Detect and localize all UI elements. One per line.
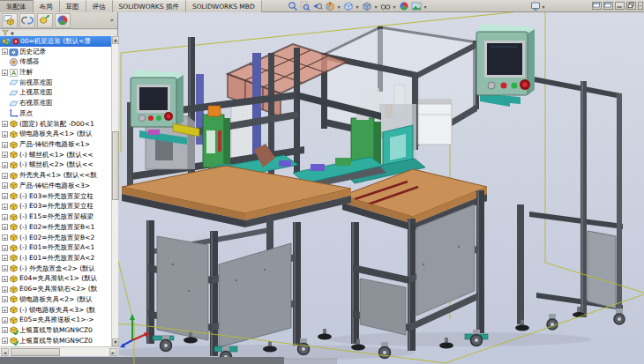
expand-plus-icon[interactable]: + bbox=[2, 317, 8, 323]
tree-item[interactable]: +外壳夹具<1> (默认<<默 bbox=[0, 170, 111, 181]
tab-evaluate[interactable]: 评估 bbox=[86, 0, 113, 12]
expand-plus-icon[interactable]: + bbox=[2, 265, 8, 271]
doc-window-1-button[interactable] bbox=[592, 2, 602, 10]
dropdown-caret-icon[interactable]: ▾ bbox=[541, 4, 546, 10]
tree-item[interactable]: +上银直线导轨MGN9CZ0 bbox=[0, 325, 111, 336]
tab-solidworks-mbd[interactable]: SOLIDWORKS MBD bbox=[186, 0, 262, 12]
green-button-left bbox=[156, 115, 161, 121]
move-component-icon[interactable] bbox=[37, 13, 53, 28]
tab-sketch[interactable]: 草图 bbox=[60, 0, 86, 12]
tree-horizontal-scrollbar[interactable]: ◄ ► bbox=[0, 346, 118, 356]
dropdown-caret-icon[interactable]: ▾ bbox=[423, 4, 428, 10]
previous-view-icon[interactable] bbox=[311, 1, 323, 11]
tree-item[interactable]: 00=机架总装 (默认<显 bbox=[0, 36, 111, 47]
toolbar-overflow-chevron[interactable]: » bbox=[110, 17, 114, 24]
expand-plus-icon[interactable]: + bbox=[2, 131, 8, 137]
expand-plus-icon[interactable]: + bbox=[2, 327, 8, 333]
section-view-icon[interactable] bbox=[324, 1, 335, 11]
expand-plus-icon[interactable]: + bbox=[2, 173, 8, 179]
expand-plus-icon[interactable]: + bbox=[2, 204, 8, 210]
window-controls bbox=[592, 2, 643, 10]
tree-item[interactable]: +产品-铸铝件电路板<3> bbox=[0, 181, 111, 191]
dropdown-caret-icon[interactable]: ▾ bbox=[336, 4, 341, 10]
insert-components-icon[interactable] bbox=[2, 13, 18, 28]
expand-plus-icon[interactable]: + bbox=[2, 307, 8, 313]
tree-vertical-scrollbar[interactable]: ▲ ▼ bbox=[111, 36, 118, 346]
tab-layout[interactable]: 布局 bbox=[34, 0, 60, 12]
restore-button[interactable] bbox=[626, 2, 636, 10]
minimize-button[interactable] bbox=[615, 2, 625, 10]
tree-item[interactable]: +(-) E01=外壳放置架A<1 bbox=[0, 242, 111, 253]
tree-item[interactable]: 上视基准面 bbox=[0, 88, 111, 99]
rebuild-badge-icon bbox=[12, 38, 19, 45]
tree-item[interactable]: +产品-铸铝件电路板<1> bbox=[0, 139, 111, 150]
expand-plus-icon[interactable]: + bbox=[2, 276, 8, 282]
expand-plus-icon[interactable]: + bbox=[2, 214, 8, 220]
dropdown-caret-icon[interactable]: ▾ bbox=[373, 4, 378, 10]
tree-item[interactable]: +(-) E03=外壳放置架立柱 bbox=[0, 191, 111, 202]
expand-plus-icon[interactable]: + bbox=[2, 234, 8, 241]
edit-appearance-icon[interactable] bbox=[398, 1, 409, 11]
tree-item[interactable]: +A注解 bbox=[0, 67, 111, 78]
tree-item[interactable]: 右视基准面 bbox=[0, 98, 111, 108]
appearances-icon[interactable] bbox=[55, 13, 71, 28]
tree-item[interactable]: +(-) E02=外壳放置架B<2 bbox=[0, 233, 111, 243]
view-orientation-icon[interactable] bbox=[342, 1, 354, 11]
expand-plus-icon[interactable]: + bbox=[2, 152, 8, 158]
expand-plus-icon[interactable]: + bbox=[2, 162, 8, 168]
scroll-down-button[interactable]: ▼ bbox=[112, 338, 119, 346]
hscroll-thumb[interactable] bbox=[11, 348, 60, 356]
zoom-fit-icon[interactable] bbox=[287, 1, 298, 11]
hide-show-items-icon[interactable] bbox=[379, 1, 391, 11]
expand-plus-icon[interactable]: + bbox=[2, 182, 8, 189]
tree-item[interactable]: +(-) E01=外壳放置架A<2 bbox=[0, 253, 111, 264]
dropdown-caret-icon[interactable]: ▾ bbox=[355, 4, 360, 10]
scroll-up-button[interactable]: ▲ bbox=[112, 36, 119, 44]
tree-item[interactable]: +(-) E15=外壳放置架横梁 bbox=[0, 212, 111, 222]
tree-item[interactable]: +E06=夹具滑轨右<2> (默 bbox=[0, 284, 111, 294]
part-icon bbox=[9, 140, 19, 150]
expand-plus-icon[interactable]: + bbox=[2, 70, 8, 76]
tree-item[interactable]: +E05=夹具推送板<1>-> bbox=[0, 315, 111, 325]
vscroll-thumb[interactable] bbox=[112, 131, 119, 200]
tree-item[interactable]: +(-) 螺丝机<1> (默认<< bbox=[0, 150, 111, 160]
tree-item[interactable]: +(固定) 机架装配 -D00<1 bbox=[0, 119, 111, 130]
expand-plus-icon[interactable]: + bbox=[2, 286, 8, 293]
tree-item[interactable]: 传感器 bbox=[0, 56, 111, 67]
expand-plus-icon[interactable]: + bbox=[2, 255, 8, 261]
tree-item[interactable]: +E04=夹具滑轨<1> (默认 bbox=[0, 274, 111, 285]
mate-icon[interactable] bbox=[19, 13, 35, 28]
view-settings-icon[interactable] bbox=[529, 1, 541, 11]
tree-item-label: (-) 外壳放置盒<2> (默认 bbox=[19, 264, 95, 273]
tree-item[interactable]: +上银直线导轨MGN9CZ0 bbox=[0, 336, 111, 346]
tree-item[interactable]: +锁电路板夹具<1> (默认 bbox=[0, 129, 111, 139]
apply-scene-icon[interactable] bbox=[410, 1, 422, 11]
tree-item[interactable]: +锁电路板夹具<2> (默认 bbox=[0, 294, 111, 305]
tree-item[interactable]: 前视基准面 bbox=[0, 78, 111, 88]
expand-plus-icon[interactable]: + bbox=[2, 121, 8, 127]
tab-solidworks-addins[interactable]: SOLIDWORKS 插件 bbox=[113, 0, 186, 12]
scroll-left-button[interactable]: ◄ bbox=[1, 348, 9, 356]
tree-item[interactable]: +(-) 锁电路板夹具<3> (默 bbox=[0, 305, 111, 316]
tree-item[interactable]: +(-) E02=外壳放置架B<1 bbox=[0, 222, 111, 233]
expand-plus-icon[interactable]: + bbox=[2, 338, 8, 344]
zoom-area-icon[interactable] bbox=[299, 1, 311, 11]
display-style-icon[interactable] bbox=[361, 1, 372, 11]
close-button[interactable] bbox=[638, 2, 643, 10]
expand-plus-icon[interactable]: + bbox=[2, 296, 8, 302]
expand-plus-icon[interactable]: + bbox=[2, 48, 8, 55]
expand-plus-icon[interactable]: + bbox=[2, 224, 8, 230]
tab-assembly[interactable]: 装配体 bbox=[0, 0, 34, 12]
tree-item[interactable]: +(-) 螺丝机<2> (默认<< bbox=[0, 160, 111, 171]
expand-plus-icon[interactable]: + bbox=[2, 245, 8, 251]
toolbox-icon bbox=[9, 325, 19, 335]
tree-item[interactable]: +历史记录 bbox=[0, 47, 111, 57]
doc-window-2-button[interactable] bbox=[603, 2, 613, 10]
scroll-right-button[interactable]: ► bbox=[109, 348, 117, 356]
expand-plus-icon[interactable]: + bbox=[2, 193, 8, 199]
expand-plus-icon[interactable]: + bbox=[2, 142, 8, 148]
tree-item[interactable]: 原点 bbox=[0, 108, 111, 119]
tree-item[interactable]: +(-) 外壳放置盒<2> (默认 bbox=[0, 264, 111, 274]
dropdown-caret-icon[interactable]: ▾ bbox=[392, 4, 397, 10]
tree-item[interactable]: +(-) E03=外壳放置架立柱 bbox=[0, 202, 111, 212]
